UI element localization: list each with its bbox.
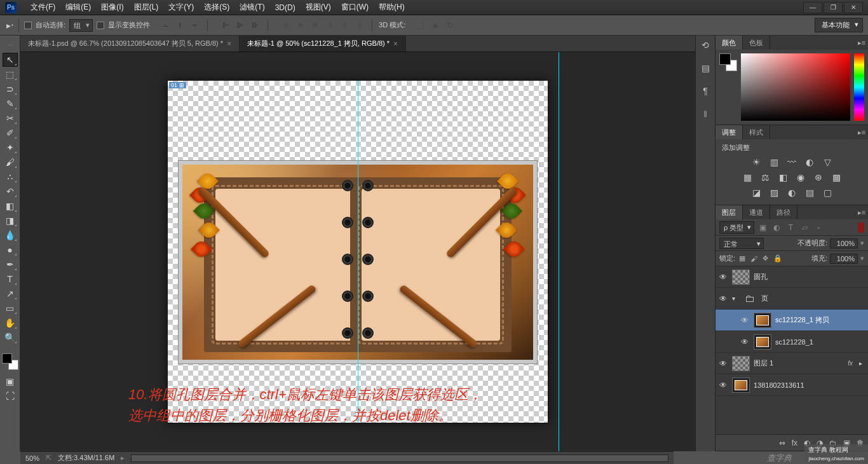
screen-mode-toggle[interactable]: ⛶ (3, 389, 18, 403)
close-button[interactable]: ✕ (844, 2, 863, 13)
opacity-input[interactable]: 100% (830, 238, 858, 249)
visibility-toggle[interactable]: 👁 (740, 337, 750, 347)
visibility-toggle[interactable]: 👁 (718, 380, 728, 390)
align-hcenter-icon[interactable]: ⫸ (234, 19, 247, 32)
eyedropper-tool[interactable]: ✐ (3, 126, 18, 140)
crop-tool[interactable]: ✂ (3, 111, 18, 125)
threshold-icon[interactable]: ◐ (786, 187, 797, 198)
auto-select-checkbox[interactable] (24, 22, 32, 29)
visibility-toggle[interactable]: 👁 (718, 294, 728, 304)
layer-name[interactable]: 1381802313611 (754, 381, 865, 389)
channel-mixer-icon[interactable]: ⊛ (813, 172, 824, 183)
panel-menu-icon[interactable]: ▸≡ (855, 36, 868, 50)
curves-icon[interactable]: 〰 (786, 156, 797, 168)
doc-info[interactable]: 文档:3.43M/11.6M (58, 453, 114, 463)
path-select-tool[interactable]: ↗ (3, 287, 18, 301)
tab-channels[interactable]: 通道 (743, 205, 770, 219)
layer-name[interactable]: 页 (761, 294, 865, 303)
paragraph-panel-icon[interactable]: ⫴ (700, 108, 711, 119)
move-tool-icon[interactable]: ▸+ (5, 18, 19, 32)
canvas[interactable]: 01 ⊞ (167, 80, 548, 423)
layer-thumbnail[interactable] (754, 313, 771, 328)
align-top-icon[interactable]: ⫠ (159, 19, 172, 32)
delete-layer-icon[interactable]: 🗑 (857, 439, 864, 447)
brush-tool[interactable]: 🖌 (3, 155, 18, 169)
layer-row[interactable]: 👁 1381802313611 (715, 374, 868, 396)
eraser-tool[interactable]: ◧ (3, 199, 18, 213)
document-tab-1[interactable]: 未标题-1.psd @ 66.7% (20130912085403647 拷贝 … (20, 36, 240, 51)
type-tool[interactable]: T (3, 272, 18, 286)
layer-mask-icon[interactable]: ◐ (804, 439, 810, 447)
filter-smart-icon[interactable]: ▫ (813, 222, 824, 233)
lock-position-icon[interactable]: ✥ (763, 254, 768, 263)
exposure-icon[interactable]: ◐ (804, 156, 815, 168)
posterize-icon[interactable]: ▨ (768, 187, 780, 198)
foreground-background-swatch[interactable] (2, 353, 18, 370)
panel-menu-icon[interactable]: ▸≡ (855, 205, 868, 219)
levels-icon[interactable]: ▥ (768, 156, 780, 168)
foreground-color[interactable] (2, 353, 12, 364)
group-twisty[interactable]: ▾ (732, 295, 738, 302)
layer-row[interactable]: 👁 图层 1 fx ▸ (715, 353, 868, 374)
tab-adjustments[interactable]: 调整 (715, 125, 743, 139)
filter-toggle-icon[interactable] (858, 222, 864, 233)
tab-styles[interactable]: 样式 (743, 125, 770, 139)
align-bottom-icon[interactable]: ⫟ (188, 19, 201, 32)
history-brush-tool[interactable]: ↶ (3, 184, 18, 198)
layer-name[interactable]: 图层 1 (754, 358, 844, 368)
guide-vertical-1[interactable] (358, 81, 358, 423)
move-tool[interactable]: ↖ (3, 53, 18, 67)
maximize-button[interactable]: ❐ (824, 2, 843, 13)
document-tab-2[interactable]: 未标题-1 @ 50% (sc121228_1 拷贝, RGB/8) * × (240, 36, 406, 51)
menu-help[interactable]: 帮助(H) (374, 2, 410, 13)
invert-icon[interactable]: ◪ (750, 187, 762, 198)
link-layers-icon[interactable]: ⇔ (779, 439, 785, 447)
visibility-toggle[interactable]: 👁 (718, 272, 728, 282)
layer-row[interactable]: 👁 圆孔 (715, 266, 868, 288)
lasso-tool[interactable]: ⊃ (3, 82, 18, 96)
layer-filter-kind[interactable]: ρ 类型 (719, 221, 754, 234)
clone-stamp-tool[interactable]: ⛬ (3, 170, 18, 184)
healing-brush-tool[interactable]: ✦ (3, 140, 18, 154)
hand-tool[interactable]: ✋ (3, 316, 18, 330)
tab-paths[interactable]: 路径 (770, 205, 797, 219)
show-transform-checkbox[interactable] (97, 22, 104, 29)
layer-thumbnail[interactable] (754, 334, 771, 350)
new-layer-icon[interactable]: ▣ (843, 439, 850, 447)
guide-vertical-2[interactable] (559, 52, 559, 451)
horizontal-scrollbar[interactable] (131, 454, 668, 462)
color-balance-icon[interactable]: ⚖ (759, 172, 771, 183)
fx-badge[interactable]: fx (848, 360, 853, 367)
character-panel-icon[interactable]: ¶ (700, 85, 711, 97)
layer-thumbnail[interactable] (732, 270, 750, 285)
menu-type[interactable]: 文字(Y) (163, 2, 199, 13)
selective-color-icon[interactable]: ▢ (822, 187, 833, 198)
blur-tool[interactable]: 💧 (3, 228, 18, 242)
quick-select-tool[interactable]: ✎ (3, 97, 18, 111)
fill-input[interactable]: 100% (830, 254, 858, 264)
lock-pixels-icon[interactable]: 🖌 (750, 255, 757, 263)
canvas-viewport[interactable]: 01 ⊞ (20, 52, 695, 451)
properties-panel-icon[interactable]: ▤ (700, 62, 711, 74)
layer-thumbnail[interactable] (732, 356, 750, 371)
pen-tool[interactable]: ✒ (3, 257, 18, 271)
zoom-tool[interactable]: 🔍 (3, 331, 18, 345)
filter-pixel-icon[interactable]: ▣ (757, 222, 768, 233)
doc-info-icon[interactable]: ⇱ (46, 454, 51, 462)
layer-name[interactable]: 圆孔 (754, 272, 865, 282)
auto-select-target[interactable]: 组 (69, 19, 93, 32)
visibility-toggle[interactable]: 👁 (718, 358, 728, 369)
blend-mode-select[interactable]: 正常 (719, 238, 764, 249)
menu-view[interactable]: 视图(V) (301, 2, 336, 13)
menu-edit[interactable]: 编辑(E) (60, 2, 96, 13)
filter-type-icon[interactable]: T (785, 222, 796, 233)
workspace-switcher[interactable]: 基本功能 (815, 18, 863, 32)
layer-name[interactable]: sc121228_1 拷贝 (775, 315, 865, 325)
tab-layers[interactable]: 图层 (715, 205, 743, 219)
visibility-toggle[interactable]: 👁 (740, 315, 750, 325)
shape-tool[interactable]: ▭ (3, 301, 18, 315)
align-vcenter-icon[interactable]: ⫲ (173, 19, 186, 32)
layer-row[interactable]: 👁 sc121228_1 拷贝 (715, 310, 868, 331)
menu-window[interactable]: 窗口(W) (336, 2, 374, 13)
menu-layer[interactable]: 图层(L) (129, 2, 164, 13)
